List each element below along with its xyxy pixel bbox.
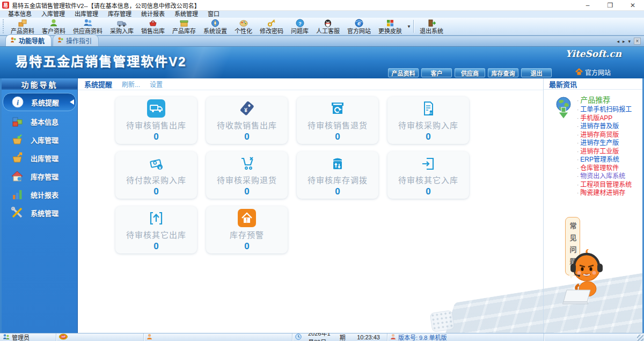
restore-button[interactable]: ❐ (599, 0, 621, 10)
card-pending-sale-return[interactable]: 待审核销售退货 0 (297, 97, 378, 144)
menu-window[interactable]: 窗口 (203, 11, 224, 18)
banner-supplier-button[interactable]: 供应商 (455, 68, 485, 77)
sidebar-item-basic-info[interactable]: 基本信息 (2, 112, 77, 130)
settings-link[interactable]: 设置 (150, 79, 163, 89)
news-header: 最新资讯 (544, 78, 642, 90)
tab-operation-guide[interactable]: 操作指引 (53, 34, 99, 46)
tab-label: 功能导航 (19, 36, 45, 45)
exit-door-icon (427, 18, 436, 28)
status-user: 管理员 (0, 333, 56, 341)
basket-out-icon (11, 151, 24, 164)
card-pending-other-in[interactable]: 待审核其它入库 0 (387, 151, 469, 199)
card-stock-warning[interactable]: ! 库存预警 0 (206, 206, 288, 253)
banner-customer-button[interactable]: 客户 (421, 68, 452, 77)
toolbar-product-stock[interactable]: 产品库存 (169, 18, 200, 35)
toolbar-exit-system[interactable]: 退出系统 (416, 18, 447, 35)
status-filler (544, 333, 637, 341)
tab-close-icon[interactable]: × (634, 38, 641, 45)
menu-system[interactable]: 系统管理 (170, 11, 203, 18)
toolbar-live-support[interactable]: 人工客服 (312, 18, 343, 35)
toolbar-change-skin[interactable]: 更换皮肤 ▼ (375, 18, 411, 35)
toolbar-label: 更换皮肤 (378, 28, 402, 34)
toolbar: 产品资料 客户资料 供应商资料 采购入库 销售出库 产品库存 系统设置 个性化 (0, 18, 644, 35)
toolbar-label: 供应商资料 (73, 28, 103, 34)
skin-dropdown-caret-icon[interactable]: ▼ (407, 24, 411, 29)
menu-outbound[interactable]: 出库管理 (70, 11, 103, 18)
card-label: 待审核其它入库 (398, 174, 458, 185)
banner-site-name: YiteSoft.cn (566, 48, 621, 59)
sidebar: 功能导航 i 系统提醒 基本信息 入库管理 出库管理 (2, 78, 78, 333)
tab-list-icon[interactable]: ▾ (628, 39, 631, 44)
banner-exit-button[interactable]: 退出 (521, 68, 552, 77)
card-pending-other-out[interactable]: 待审核其它出库 0 (115, 206, 197, 253)
news-link[interactable]: ·仓库管理软件 (577, 164, 642, 173)
banner-product-button[interactable]: 产品资料 (388, 68, 419, 77)
toolbar-question-base[interactable]: ? 问题库 (287, 18, 312, 35)
toolbar-change-password[interactable]: 修改密码 (256, 18, 287, 35)
truck-icon (117, 18, 127, 28)
status-vip: VIP (56, 333, 144, 341)
sidebar-item-system-mgmt[interactable]: 系统管理 (2, 204, 77, 222)
sidebar-item-label: 系统提醒 (31, 97, 59, 107)
menu-reports[interactable]: 统计报表 (136, 11, 170, 18)
news-link[interactable]: ·陶瓷建材进销存 (577, 189, 642, 198)
toolbar-settings[interactable]: 系统设置 (200, 18, 231, 35)
toolbar-personalize[interactable]: 个性化 (231, 18, 256, 35)
upload-icon (147, 208, 165, 228)
banner-stock-query-button[interactable]: 库存查询 (488, 68, 518, 77)
news-link-label: ERP管理系统 (580, 156, 619, 163)
toolbar-product-data[interactable]: 产品资料 (7, 18, 38, 35)
news-link[interactable]: ·物资出入库系统 (577, 172, 642, 181)
toolbar-label: 采购入库 (110, 28, 134, 34)
tab-scroll-left-icon[interactable]: ◂ (617, 39, 619, 44)
bullet-icon: · (577, 165, 579, 171)
official-site-link[interactable]: 官方网站 (575, 68, 611, 77)
minimize-button[interactable]: – (576, 0, 599, 10)
news-link[interactable]: ·进销存生产版 (577, 139, 642, 148)
news-link[interactable]: ·工程项目管理系统 (577, 181, 642, 190)
toolbar-purchase-in[interactable]: 采购入库 (106, 18, 137, 35)
close-button[interactable]: ✕ (621, 0, 644, 10)
status-version-label: 版本号: 9.8 单机版 (398, 333, 447, 341)
news-link[interactable]: ·工单手机扫码报工 (577, 106, 642, 114)
news-link[interactable]: ·进销存普及版 (577, 122, 642, 131)
card-pending-sale-out[interactable]: 待审核销售出库 0 (115, 97, 197, 144)
cart-icon (148, 18, 158, 28)
news-link[interactable]: ·手机版APP (577, 114, 642, 123)
sidebar-item-outbound[interactable]: 出库管理 (2, 149, 77, 167)
toolbar-customer-data[interactable]: 客户资料 (38, 18, 69, 35)
toolbar-supplier-data[interactable]: 供应商资料 (69, 18, 106, 35)
news-link-label: 工程项目管理系统 (580, 181, 632, 188)
sidebar-item-label: 基本信息 (31, 117, 58, 127)
svg-text:¥: ¥ (244, 107, 247, 113)
news-link[interactable]: ·进销存工业版 (577, 148, 642, 156)
sidebar-item-inventory[interactable]: 库存管理 (2, 167, 77, 185)
card-pending-stock-transfer[interactable]: 待审核库存调拨 0 (297, 151, 378, 199)
card-pending-purchase-return[interactable]: 待审核采购退货 0 (206, 151, 288, 199)
toolbar-separator (413, 20, 414, 33)
news-link[interactable]: ·进销存商贸版 (577, 131, 642, 140)
news-link[interactable]: ·ERP管理系统 (577, 156, 642, 164)
menu-inbound[interactable]: 入库管理 (36, 11, 70, 18)
sidebar-item-system-reminder[interactable]: i 系统提醒 (3, 93, 76, 111)
penguin-icon (323, 18, 333, 28)
tab-function-nav[interactable]: 功能导航 (5, 34, 52, 46)
tab-scroll-right-icon[interactable]: ▸ (623, 39, 625, 44)
news-link-label: 进销存商贸版 (580, 131, 619, 139)
sidebar-item-inbound[interactable]: 入库管理 (2, 130, 77, 149)
refresh-link[interactable]: 刷新... (122, 79, 140, 89)
resize-grip-icon[interactable] (637, 335, 643, 341)
toolbar-label: 系统设置 (203, 28, 227, 34)
menu-bar: 基本信息 入库管理 出库管理 库存管理 统计报表 系统管理 窗口 (0, 11, 644, 18)
card-pending-purchase-in[interactable]: 待审核采购入库 0 (387, 97, 469, 144)
sidebar-item-reports[interactable]: 统计报表 (2, 185, 77, 204)
news-featured-link[interactable]: ·产品推荐 (577, 95, 642, 106)
menu-basic-info[interactable]: 基本信息 (3, 11, 36, 18)
news-link-label: 手机版APP (580, 114, 612, 122)
card-pending-payment-purchase[interactable]: ¥ 待付款采购入库 0 (115, 151, 197, 199)
toolbar-official-site[interactable]: e 官方网站 (343, 18, 375, 35)
toolbar-sale-out[interactable]: 销售出库 (137, 18, 169, 35)
card-pending-payment-sale[interactable]: ¥ 待收款销售出库 0 (206, 97, 288, 144)
vip-badge-icon: VIP (59, 333, 68, 341)
menu-inventory[interactable]: 库存管理 (103, 11, 136, 18)
